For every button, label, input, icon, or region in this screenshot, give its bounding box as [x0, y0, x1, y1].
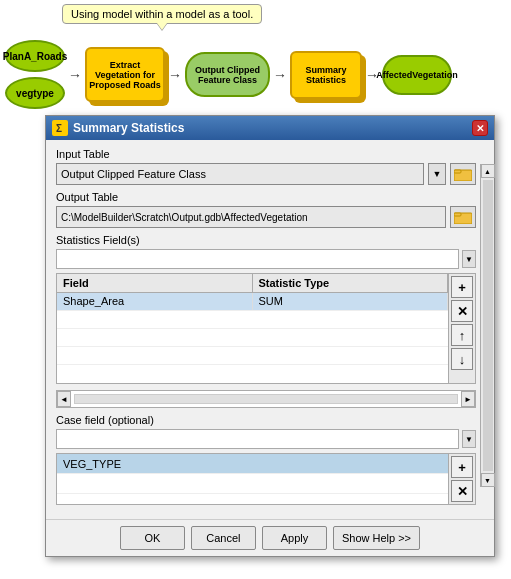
node-output-clipped[interactable]: Output Clipped Feature Class: [185, 52, 270, 97]
case-value-1: VEG_TYPE: [63, 458, 121, 470]
case-delete-button[interactable]: ✕: [451, 480, 473, 502]
stats-table-body: Field Statistic Type Shape_Area SUM: [57, 274, 475, 383]
stats-col-stattype: Statistic Type: [253, 274, 449, 292]
node-extract[interactable]: Extract Vegetation for Proposed Roads: [85, 47, 165, 102]
dialog-body: Input Table ▼ Output Table: [46, 140, 494, 519]
case-add-button[interactable]: +: [451, 456, 473, 478]
cancel-button[interactable]: Cancel: [191, 526, 256, 550]
stats-row-2: [57, 311, 448, 329]
stats-field-selector: ▼: [56, 249, 476, 269]
scroll-right-arrow[interactable]: ►: [461, 391, 475, 407]
output-table-row: [56, 206, 476, 228]
case-field-input[interactable]: [56, 429, 459, 449]
case-field-label: Case field (optional): [56, 414, 476, 426]
stats-move-up-button[interactable]: ↑: [451, 324, 473, 346]
node-summary-wrapper: Summary Statistics: [290, 51, 362, 99]
scroll-up-arrow[interactable]: ▲: [481, 164, 495, 178]
input-table-row: ▼: [56, 163, 476, 185]
svg-rect-5: [454, 213, 461, 216]
stats-cell-field-1: Shape_Area: [57, 293, 253, 310]
case-row-1[interactable]: VEG_TYPE: [57, 454, 448, 474]
flow-container: PlanA_Roads vegtype → Extract Vegetation…: [5, 40, 452, 109]
stats-field-input[interactable]: [56, 249, 459, 269]
tooltip-text: Using model within a model as a tool.: [71, 8, 253, 20]
scroll-down-arrow[interactable]: ▼: [481, 473, 495, 487]
node-summary[interactable]: Summary Statistics: [290, 51, 362, 99]
stats-table: Field Statistic Type Shape_Area SUM: [57, 274, 448, 383]
vertical-scrollbar[interactable]: ▲ ▼: [480, 164, 494, 487]
summary-statistics-dialog: Σ Summary Statistics ✕ Input Table ▼: [45, 115, 495, 557]
scroll-track-h[interactable]: [74, 394, 458, 404]
node-vegtype[interactable]: vegtype: [5, 77, 65, 109]
stats-side-buttons: + ✕ ↑ ↓: [448, 274, 475, 383]
input-table-folder-btn[interactable]: [450, 163, 476, 185]
arrow2: →: [167, 67, 183, 83]
node-planA[interactable]: PlanA_Roads: [5, 40, 65, 72]
stats-row-4: [57, 347, 448, 365]
case-row-2: [57, 474, 448, 494]
folder-icon-2: [454, 210, 472, 224]
output-table-field[interactable]: [56, 206, 446, 228]
stats-row-1[interactable]: Shape_Area SUM: [57, 293, 448, 311]
node-extract-wrapper: Extract Vegetation for Proposed Roads: [85, 47, 165, 102]
case-table-section: VEG_TYPE + ✕: [56, 453, 476, 505]
case-field-dropdown[interactable]: ▼: [462, 430, 476, 448]
stats-delete-button[interactable]: ✕: [451, 300, 473, 322]
svg-text:Σ: Σ: [56, 123, 62, 134]
stats-table-section: Field Statistic Type Shape_Area SUM: [56, 273, 476, 384]
case-table-body: VEG_TYPE + ✕: [57, 454, 475, 504]
scroll-left-arrow[interactable]: ◄: [57, 391, 71, 407]
stats-row-5: [57, 365, 448, 383]
arrow1: →: [67, 67, 83, 83]
sigma-icon: Σ: [53, 121, 67, 135]
dialog-title-text: Summary Statistics: [73, 121, 184, 135]
stats-fields-label: Statistics Field(s): [56, 234, 476, 246]
scroll-track-v: [483, 180, 493, 471]
ok-button[interactable]: OK: [120, 526, 185, 550]
input-table-field[interactable]: [56, 163, 424, 185]
case-side-buttons: + ✕: [448, 454, 475, 504]
output-table-label: Output Table: [56, 191, 476, 203]
output-table-folder-btn[interactable]: [450, 206, 476, 228]
dialog-title-group: Σ Summary Statistics: [52, 120, 184, 136]
dialog-buttons: OK Cancel Apply Show Help >>: [46, 519, 494, 556]
stats-row-3: [57, 329, 448, 347]
node-affected-veg[interactable]: AffectedVegetation: [382, 55, 452, 95]
apply-button[interactable]: Apply: [262, 526, 327, 550]
svg-rect-3: [454, 170, 461, 173]
stats-table-header: Field Statistic Type: [57, 274, 448, 293]
show-help-button[interactable]: Show Help >>: [333, 526, 420, 550]
stats-field-dropdown[interactable]: ▼: [462, 250, 476, 268]
close-button[interactable]: ✕: [472, 120, 488, 136]
stats-add-button[interactable]: +: [451, 276, 473, 298]
dialog-titlebar: Σ Summary Statistics ✕: [46, 116, 494, 140]
tooltip-bubble: Using model within a model as a tool.: [62, 4, 262, 24]
case-table: VEG_TYPE: [57, 454, 448, 504]
stats-col-field: Field: [57, 274, 253, 292]
stats-cell-stattype-1: SUM: [253, 293, 449, 310]
arrow3: →: [272, 67, 288, 83]
left-nodes: PlanA_Roads vegtype: [5, 40, 65, 109]
stats-move-down-button[interactable]: ↓: [451, 348, 473, 370]
input-table-dropdown[interactable]: ▼: [428, 163, 446, 185]
dialog-title-icon: Σ: [52, 120, 68, 136]
horizontal-scrollbar[interactable]: ◄ ►: [56, 390, 476, 408]
dialog-content-wrapper: Input Table ▼ Output Table: [46, 140, 494, 519]
folder-icon: [454, 167, 472, 181]
input-table-label: Input Table: [56, 148, 476, 160]
case-field-selector: ▼: [56, 429, 476, 449]
